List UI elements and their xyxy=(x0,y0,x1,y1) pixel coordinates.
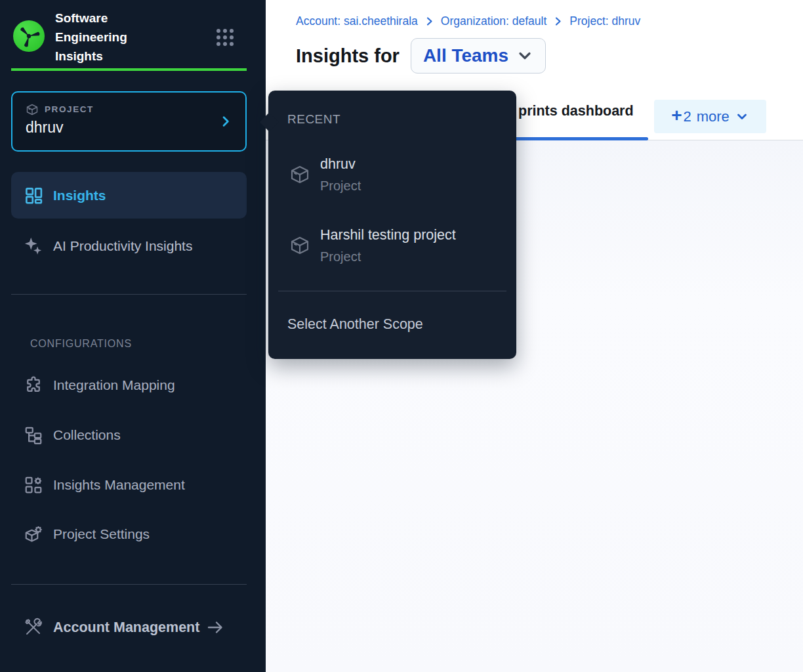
sidebar-item-collections[interactable]: Collections xyxy=(11,417,247,453)
chevron-right-icon xyxy=(552,16,564,27)
recent-heading: RECENT xyxy=(287,112,340,127)
sidebar-item-account-management[interactable]: Account Management xyxy=(11,609,247,646)
app-switcher-grid-icon[interactable] xyxy=(215,27,236,48)
project-cube-icon xyxy=(26,103,39,116)
team-selector-value: All Teams xyxy=(423,45,508,66)
sidebar-item-label: Insights Management xyxy=(53,477,185,493)
plus-icon: + xyxy=(671,106,682,125)
sidebar-item-label: Project Settings xyxy=(53,526,150,542)
page-title: Insights for xyxy=(296,45,400,67)
scope-item-type: Project xyxy=(320,249,361,264)
puzzle-icon xyxy=(24,375,43,395)
sidebar-item-label: Insights xyxy=(53,188,106,203)
sidebar-item-project-settings[interactable]: Project Settings xyxy=(11,516,247,553)
popover-divider xyxy=(278,291,506,291)
scope-item-type: Project xyxy=(320,178,361,194)
sei-app-window: Software Engineering Insights PROJECT dh… xyxy=(0,0,803,672)
grid-gear-icon xyxy=(24,475,43,495)
sidebar-divider xyxy=(11,584,247,585)
sidebar-item-insights[interactable]: Insights xyxy=(11,172,247,219)
sidebar-item-integration-mapping[interactable]: Integration Mapping xyxy=(11,367,247,404)
scope-project-name: dhruv xyxy=(26,119,64,136)
tab-sprints-dashboard[interactable]: prints dashboard xyxy=(518,103,634,119)
select-another-scope-button[interactable]: Select Another Scope xyxy=(287,316,423,333)
breadcrumb-organization-link[interactable]: Organization: default xyxy=(441,14,547,28)
brand-accent-bar xyxy=(11,68,247,71)
more-tabs-count: 2 xyxy=(683,108,691,125)
hierarchy-icon xyxy=(24,425,43,445)
project-cube-icon xyxy=(289,235,310,256)
tools-icon xyxy=(24,618,43,637)
cube-gear-icon xyxy=(24,524,43,544)
sidebar-item-insights-management[interactable]: Insights Management xyxy=(11,467,247,503)
scope-item-name: Harshil testing project xyxy=(320,227,456,243)
project-cube-icon xyxy=(289,164,310,185)
project-scope-selector[interactable]: PROJECT dhruv xyxy=(11,91,247,152)
scope-item-name: dhruv xyxy=(320,156,356,173)
arrow-right-icon xyxy=(206,618,224,637)
sidebar-item-label: Integration Mapping xyxy=(53,377,175,393)
sidebar-item-ai-productivity-insights[interactable]: AI Productivity Insights xyxy=(11,228,247,264)
configurations-heading: CONFIGURATIONS xyxy=(30,338,132,350)
dashboard-icon xyxy=(24,186,43,205)
chevron-right-icon xyxy=(219,115,232,128)
sidebar-item-label: Account Management xyxy=(53,620,199,636)
sidebar: Software Engineering Insights PROJECT dh… xyxy=(0,0,266,672)
sidebar-item-label: Collections xyxy=(53,427,121,443)
breadcrumb-project-link[interactable]: Project: dhruv xyxy=(569,14,640,28)
scope-popover: RECENT dhruv Project Harshil testing pro… xyxy=(268,91,516,359)
recent-scope-item-dhruv[interactable]: dhruv Project xyxy=(268,148,516,202)
more-tabs-label: more xyxy=(697,108,730,125)
more-tabs-dropdown[interactable]: + 2 more xyxy=(654,100,766,133)
sidebar-item-label: AI Productivity Insights xyxy=(53,238,192,254)
sparkles-icon xyxy=(24,236,43,256)
breadcrumb-account-link[interactable]: Account: sai.cheethirala xyxy=(296,14,418,28)
chevron-down-icon xyxy=(516,47,533,64)
team-selector-dropdown[interactable]: All Teams xyxy=(411,38,546,74)
app-title: Software Engineering Insights xyxy=(55,9,176,66)
sei-propeller-logo-icon xyxy=(13,20,45,52)
sidebar-divider xyxy=(11,294,247,295)
scope-kind-label: PROJECT xyxy=(45,104,94,114)
recent-scope-item-harshil-testing-project[interactable]: Harshil testing project Project xyxy=(268,219,516,273)
chevron-down-icon xyxy=(735,110,749,124)
chevron-right-icon xyxy=(424,16,435,27)
breadcrumb: Account: sai.cheethirala Organization: d… xyxy=(296,14,640,28)
